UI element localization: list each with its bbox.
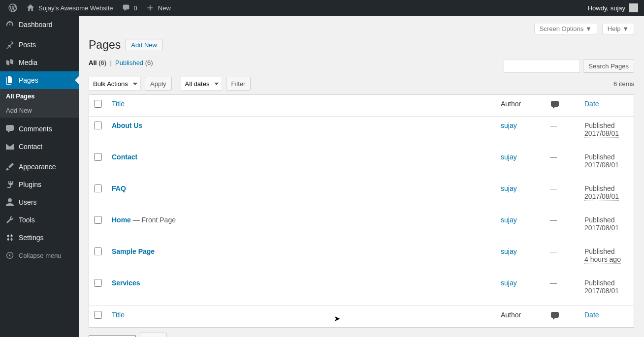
row-checkbox[interactable] [94, 153, 102, 161]
author-link[interactable]: sujay [501, 247, 517, 255]
submenu-item[interactable]: Add New [0, 103, 79, 118]
new-content-link[interactable]: New [141, 0, 175, 16]
sidebar-item-comments[interactable]: Comments [0, 120, 79, 138]
table-row: FAQsujay—Published2017/08/01 [89, 180, 634, 211]
row-status: Published [584, 184, 615, 192]
sidebar-item-users[interactable]: Users [0, 193, 79, 211]
help-button[interactable]: Help ▼ [602, 24, 634, 34]
search-input[interactable] [504, 59, 580, 73]
site-name-link[interactable]: Sujay's Awesome Website [22, 0, 117, 16]
select-all-checkbox[interactable] [94, 100, 102, 108]
submenu-item[interactable]: All Pages [0, 89, 79, 103]
sidebar-item-posts[interactable]: Posts [0, 36, 79, 54]
row-date: 2017/08/01 [584, 192, 619, 201]
table-row: Sample Pagesujay—Published4 hours ago [89, 243, 634, 274]
add-new-button[interactable]: Add New [126, 39, 162, 51]
sidebar-item-media[interactable]: Media [0, 54, 79, 71]
filter-button[interactable]: Filter [226, 77, 251, 91]
admin-bar: Sujay's Awesome Website 0 New Howdy, suj… [0, 0, 644, 16]
row-status: Published [584, 247, 615, 255]
col-comments-foot[interactable] [545, 306, 580, 327]
col-author-foot: Author [496, 306, 545, 327]
sidebar-item-contact[interactable]: Contact [0, 138, 79, 155]
table-row: Servicessujay—Published2017/08/01 [89, 274, 634, 306]
table-row: About Ussujay—Published2017/08/01 [89, 117, 634, 148]
sidebar-item-dashboard[interactable]: Dashboard [0, 16, 79, 33]
col-author: Author [496, 95, 545, 117]
row-checkbox[interactable] [94, 247, 102, 255]
author-link[interactable]: sujay [501, 122, 517, 129]
page-title-link[interactable]: About Us [112, 122, 142, 129]
plus-icon [145, 3, 155, 13]
sidebar-item-appearance[interactable]: Appearance [0, 158, 79, 176]
collapse-label: Collapse menu [19, 252, 62, 259]
bulk-action-select[interactable]: Bulk Actions [89, 77, 141, 91]
sidebar-item-label: Pages [19, 76, 38, 84]
bulk-apply-button-bottom[interactable]: Apply [140, 333, 167, 337]
item-count: 6 items [613, 80, 634, 88]
comments-count: — [550, 122, 557, 129]
howdy-text[interactable]: Howdy, sujay [588, 4, 625, 12]
screen-options-button[interactable]: Screen Options ▼ [534, 24, 597, 34]
col-title[interactable]: Title [112, 100, 125, 108]
col-date[interactable]: Date [584, 100, 599, 108]
sidebar-item-label: Comments [19, 125, 52, 133]
settings-icon [5, 233, 15, 243]
dashboard-icon [5, 20, 15, 30]
sidebar-item-label: Dashboard [19, 21, 53, 29]
page-title-link[interactable]: Contact [112, 153, 137, 161]
author-link[interactable]: sujay [501, 184, 517, 192]
date-filter-select[interactable]: All dates [181, 77, 222, 91]
page-title-link[interactable]: Sample Page [112, 247, 155, 255]
main-content: Screen Options ▼ Help ▼ Pages Add New Al… [79, 0, 644, 337]
table-row: Contactsujay—Published2017/08/01 [89, 148, 634, 180]
comments-count: — [550, 184, 557, 192]
col-date-foot[interactable]: Date [584, 311, 599, 319]
author-link[interactable]: sujay [501, 153, 517, 161]
select-all-checkbox-bottom[interactable] [94, 311, 102, 319]
avatar[interactable] [629, 3, 638, 12]
row-checkbox[interactable] [94, 279, 102, 287]
wp-logo[interactable] [4, 0, 22, 16]
col-comments[interactable] [545, 95, 580, 117]
page-title-link[interactable]: Home [112, 216, 131, 224]
sidebar-item-settings[interactable]: Settings [0, 229, 79, 246]
mail-icon [5, 142, 15, 152]
row-date: 2017/08/01 [584, 287, 619, 295]
wrench-icon [5, 215, 15, 225]
plug-icon [5, 180, 15, 189]
row-checkbox[interactable] [94, 216, 102, 224]
admin-sidebar: DashboardPostsMediaPagesAll PagesAdd New… [0, 16, 79, 337]
filter-published[interactable]: Published (6) [115, 59, 153, 66]
row-status: Published [584, 216, 615, 224]
sidebar-item-plugins[interactable]: Plugins [0, 176, 79, 193]
author-link[interactable]: sujay [501, 279, 517, 287]
comments-count: — [550, 247, 557, 255]
search-button[interactable]: Search Pages [583, 59, 634, 73]
site-name: Sujay's Awesome Website [38, 4, 113, 12]
sidebar-item-pages[interactable]: Pages [0, 71, 79, 89]
filter-all[interactable]: All (6) [89, 59, 106, 66]
collapse-menu[interactable]: Collapse menu [0, 246, 79, 264]
col-title-foot[interactable]: Title [112, 311, 125, 319]
page-title-link[interactable]: FAQ [112, 184, 126, 192]
bulk-action-select-bottom[interactable]: Bulk Actions [89, 335, 136, 337]
pages-table: Title Author Date About Ussujay—Publishe… [89, 94, 634, 328]
row-status: Published [584, 122, 615, 129]
new-label: New [158, 4, 171, 12]
page-title-suffix: — Front Page [131, 216, 176, 224]
comment-icon [5, 124, 15, 134]
brush-icon [5, 162, 15, 172]
comments-count: — [550, 153, 557, 161]
pages-icon [5, 75, 15, 85]
row-checkbox[interactable] [94, 122, 102, 129]
author-link[interactable]: sujay [501, 216, 517, 224]
sidebar-item-label: Plugins [19, 181, 41, 188]
row-status: Published [584, 153, 615, 161]
page-title-link[interactable]: Services [112, 279, 140, 287]
comments-link[interactable]: 0 [117, 0, 141, 16]
bulk-apply-button[interactable]: Apply [145, 77, 172, 91]
sidebar-item-label: Contact [19, 143, 42, 151]
sidebar-item-tools[interactable]: Tools [0, 211, 79, 229]
row-checkbox[interactable] [94, 184, 102, 192]
